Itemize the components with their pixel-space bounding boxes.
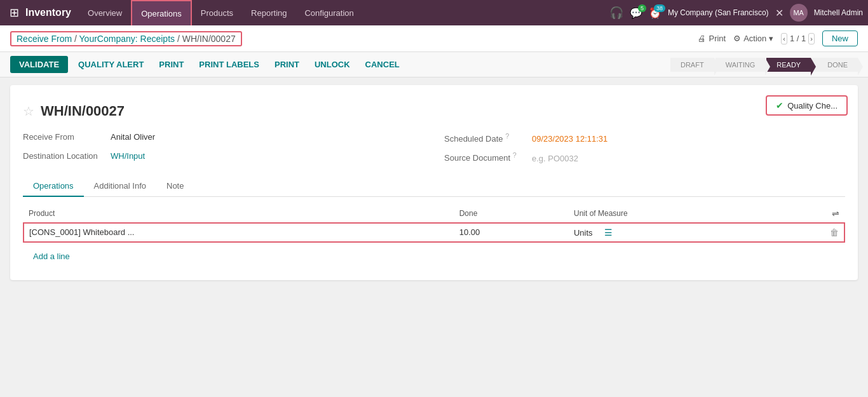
scheduled-date-value: 09/23/2023 12:11:31 — [532, 134, 607, 144]
tabs: Operations Additional Info Note — [23, 176, 845, 197]
source-doc-label: Source Document ? — [444, 151, 527, 163]
breadcrumb: Receive From / YourCompany: Receipts / W… — [10, 31, 242, 46]
cancel-button[interactable]: CANCEL — [360, 56, 405, 73]
dropdown-icon: ▾ — [769, 34, 773, 43]
clock-icon[interactable]: ⏰ 38 — [649, 7, 661, 19]
column-adjust-icon[interactable]: ⇌ — [832, 208, 839, 219]
col-uom: Unit of Measure — [569, 205, 806, 223]
status-done[interactable]: DONE — [812, 58, 858, 72]
record-id: WH/IN/00027 — [41, 103, 125, 119]
close-icon[interactable]: ✕ — [775, 7, 783, 19]
nav-item-reporting[interactable]: Reporting — [242, 0, 295, 25]
grid-icon: ⊞ — [10, 6, 19, 20]
support-icon[interactable]: 🎧 — [609, 6, 623, 20]
next-button[interactable]: › — [808, 33, 815, 44]
breadcrumb-link-receipts[interactable]: YourCompany: Receipts — [79, 34, 177, 44]
col-adjust: ⇌ — [806, 205, 844, 223]
source-doc-field: Source Document ? e.g. PO0032 — [444, 151, 845, 163]
print-button-action[interactable]: PRINT — [154, 56, 189, 73]
user-name[interactable]: Mitchell Admin — [814, 8, 863, 17]
print-labels-button[interactable]: PRINT LABELS — [194, 56, 264, 73]
help-icon-source[interactable]: ? — [513, 151, 517, 159]
record-title: ☆ WH/IN/00027 — [23, 103, 845, 119]
nav-item-operations[interactable]: Operations — [131, 0, 192, 25]
delete-row-icon[interactable]: 🗑 — [830, 227, 839, 238]
breadcrumb-bar: Receive From / YourCompany: Receipts / W… — [0, 25, 868, 52]
company-name[interactable]: My Company (San Francisco) — [668, 8, 769, 17]
tab-note[interactable]: Note — [156, 176, 194, 197]
receive-from-value: Anital Oliver — [111, 132, 155, 142]
main-content: ✔ Quality Che... ☆ WH/IN/00027 Receive F… — [0, 77, 868, 386]
breadcrumb-link-inventory[interactable]: Receive From — [17, 34, 72, 44]
status-ready[interactable]: READY — [766, 58, 811, 72]
nav-right: 🎧 💬 5 ⏰ 38 My Company (San Francisco) ✕ … — [609, 4, 863, 22]
breadcrumb-current: WH/IN/00027 — [182, 34, 236, 44]
nav-item-products[interactable]: Products — [192, 0, 242, 25]
tab-operations[interactable]: Operations — [23, 176, 84, 197]
detail-list-icon[interactable]: ☰ — [604, 227, 613, 238]
scheduled-date-label: Scheduled Date ? — [444, 132, 527, 144]
prev-button[interactable]: ‹ — [781, 33, 787, 44]
source-doc-placeholder: e.g. PO0032 — [532, 154, 578, 163]
status-draft[interactable]: DRAFT — [670, 58, 714, 72]
form-fields: Receive From Anital Oliver Scheduled Dat… — [23, 132, 845, 163]
cell-product[interactable]: [CONS_0001] Whiteboard ... — [24, 223, 454, 242]
printer-icon: 🖨 — [698, 34, 706, 43]
checkmark-icon: ✔ — [776, 100, 783, 111]
status-pipeline: DRAFT WAITING READY DONE — [670, 58, 858, 72]
nav-items: Overview Operations Products Reporting C… — [79, 0, 607, 25]
new-button[interactable]: New — [822, 30, 858, 46]
unlock-button[interactable]: UNLOCK — [309, 56, 355, 73]
pagination: ‹ 1 / 1 › — [781, 33, 815, 44]
app-name[interactable]: Inventory — [25, 7, 71, 18]
cell-uom: Units ☰ — [569, 223, 806, 242]
action-button[interactable]: ⚙ Action ▾ — [733, 34, 773, 43]
help-icon-date[interactable]: ? — [505, 132, 509, 140]
print2-button[interactable]: PRINT — [269, 56, 304, 73]
operations-table: Product Done Unit of Measure ⇌ [CONS_000… — [23, 205, 845, 243]
cell-done[interactable]: 10.00 — [454, 223, 569, 242]
user-avatar[interactable]: MA — [790, 4, 808, 22]
breadcrumb-right: 🖨 Print ⚙ Action ▾ ‹ 1 / 1 › New — [698, 30, 858, 46]
add-line-button[interactable]: Add a line — [28, 248, 75, 265]
status-waiting[interactable]: WAITING — [715, 58, 766, 72]
clock-badge: 38 — [654, 4, 665, 12]
gear-icon: ⚙ — [733, 34, 741, 43]
nav-item-overview[interactable]: Overview — [79, 0, 131, 25]
top-navigation: ⊞ Inventory Overview Operations Products… — [0, 0, 868, 25]
quality-alert-button[interactable]: QUALITY ALERT — [73, 56, 149, 73]
receive-from-field: Receive From Anital Oliver — [23, 132, 424, 144]
chat-icon[interactable]: 💬 5 — [630, 7, 642, 19]
col-product: Product — [24, 205, 454, 223]
cell-delete: 🗑 — [806, 223, 844, 242]
table-row: [CONS_0001] Whiteboard ... 10.00 Units ☰… — [24, 223, 844, 242]
app-menu-icon[interactable]: ⊞ — [5, 4, 23, 22]
action-bar: VALIDATE QUALITY ALERT PRINT PRINT LABEL… — [0, 52, 868, 77]
destination-label: Destination Location — [23, 151, 105, 161]
destination-field: Destination Location WH/Input — [23, 151, 424, 163]
print-button[interactable]: 🖨 Print — [698, 34, 726, 43]
form-card: ✔ Quality Che... ☆ WH/IN/00027 Receive F… — [10, 85, 858, 280]
destination-value[interactable]: WH/Input — [111, 151, 145, 161]
receive-from-label: Receive From — [23, 132, 105, 142]
tab-additional-info[interactable]: Additional Info — [84, 176, 156, 197]
col-done: Done — [454, 205, 569, 223]
quality-check-button[interactable]: ✔ Quality Che... — [766, 95, 848, 116]
nav-item-configuration[interactable]: Configuration — [295, 0, 362, 25]
star-icon[interactable]: ☆ — [23, 104, 34, 119]
chat-badge: 5 — [638, 4, 646, 12]
scheduled-date-field: Scheduled Date ? 09/23/2023 12:11:31 — [444, 132, 845, 144]
validate-button[interactable]: VALIDATE — [10, 56, 68, 73]
